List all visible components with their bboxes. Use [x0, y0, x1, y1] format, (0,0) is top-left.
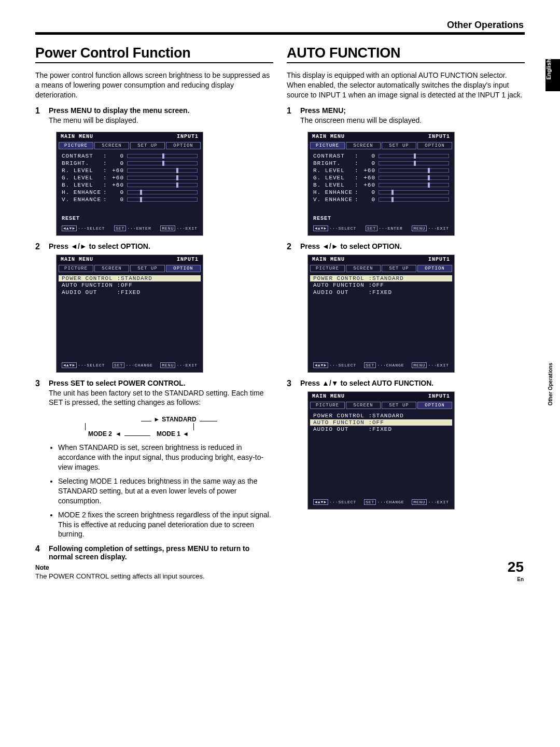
step-number: 3	[35, 379, 49, 388]
power-control-lead: The power control function allows screen…	[35, 71, 273, 100]
step-number: 1	[287, 106, 300, 116]
osd-option-menu: MAIN MENUINPUT1PICTURESCREENSET UPOPTION…	[56, 255, 203, 373]
note-text: The POWER CONTROL setting affects all in…	[35, 572, 273, 580]
auto-function-lead: This display is equipped with an optiona…	[287, 71, 525, 100]
bullet-standard: When STANDARD is set, screen brightness …	[58, 443, 273, 472]
language-tab: English	[545, 59, 560, 91]
osd-option-menu-2: MAIN MENUINPUT1PICTURESCREENSET UPOPTION…	[307, 255, 455, 373]
bullet-mode2: MODE 2 fixes the screen brightness regar…	[58, 510, 273, 540]
left-column: Power Control Function The power control…	[35, 45, 273, 580]
power-control-title: Power Control Function	[35, 45, 273, 61]
auto-function-title: AUTO FUNCTION	[287, 45, 525, 61]
step-number: 2	[287, 242, 300, 251]
step1-head: Press MENU to display the menu screen.	[49, 106, 190, 115]
r-step2-head: Press ◄/► to select OPTION.	[300, 242, 402, 250]
page-number: 25 En	[508, 559, 524, 582]
osd-picture-menu-2: MAIN MENUINPUT1PICTURESCREENSET UPOPTION…	[307, 132, 455, 236]
step3-desc: The unit has been factory set to the STA…	[49, 388, 273, 408]
note-label: Note	[35, 564, 273, 571]
r-step3-head: Press ▲/▼ to select AUTO FUNCTION.	[300, 379, 433, 387]
r-step1-desc: The onscreen menu will be displayed.	[300, 116, 525, 125]
step3-head: Press SET to select POWER CONTROL.	[49, 379, 186, 387]
section-header: Other Operations	[35, 20, 525, 31]
osd-picture-menu: MAIN MENUINPUT1PICTURESCREENSET UPOPTION…	[56, 132, 203, 236]
step-number: 1	[35, 106, 49, 116]
bullet-mode1: Selecting MODE 1 reduces brightness in t…	[58, 476, 273, 506]
right-column: AUTO FUNCTION This display is equipped w…	[287, 45, 525, 580]
osd-option-auto-menu: MAIN MENUINPUT1PICTURESCREENSET UPOPTION…	[307, 391, 455, 510]
section-side-tab: Other Operations	[548, 363, 558, 406]
step-number: 2	[35, 242, 49, 251]
r-step1-head: Press MENU;	[300, 106, 346, 115]
mode-cycle-diagram: ► STANDARD MODE 2 ◄ MODE 1 ◄	[85, 416, 273, 438]
step1-desc: The menu will be displayed.	[49, 116, 273, 125]
step2-head: Press ◄/► to select OPTION.	[49, 242, 150, 250]
step-number: 4	[35, 544, 49, 554]
step4-head: Following completion of settings, press …	[49, 544, 249, 561]
step-number: 3	[287, 379, 300, 388]
